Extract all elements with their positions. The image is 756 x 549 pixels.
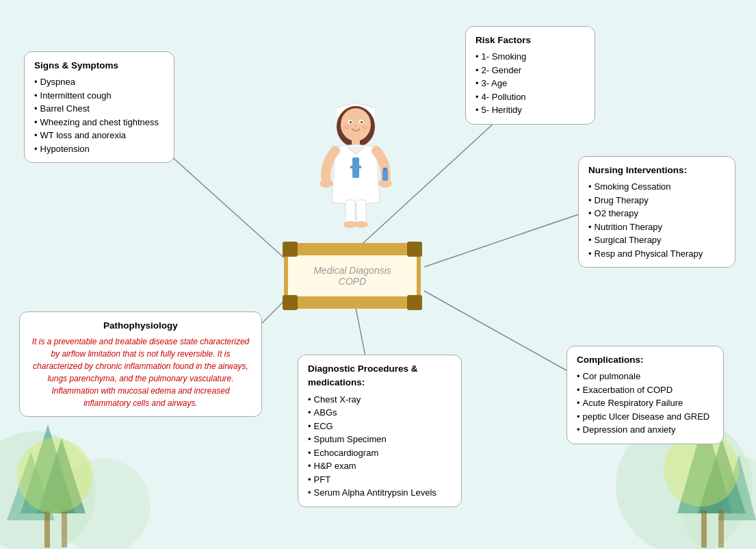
- svg-marker-4: [21, 424, 75, 513]
- list-item: Smoking Cessation: [588, 180, 725, 194]
- list-item: 4- Pollution: [475, 90, 585, 104]
- svg-rect-38: [350, 166, 361, 168]
- nurse-illustration: [311, 89, 400, 240]
- list-item: ABGs: [308, 406, 452, 420]
- svg-line-16: [157, 144, 294, 267]
- pathophysiology-title: Pathophysiology: [29, 319, 252, 333]
- list-item: O2 therapy: [588, 207, 725, 220]
- list-item: Nutrition Therapy: [588, 220, 725, 234]
- list-item: Drug Therapy: [588, 194, 725, 207]
- complications-box: Complications: Cor pulmonale Exacerbatio…: [566, 346, 724, 444]
- svg-marker-6: [7, 452, 55, 520]
- risk-factors-box: Risk Factors 1- Smoking 2- Gender 3- Age…: [465, 26, 595, 125]
- svg-point-31: [350, 121, 352, 123]
- list-item: Serum Alpha Antitrypsin Levels: [308, 486, 452, 500]
- risk-factors-list: 1- Smoking 2- Gender 3- Age 4- Pollution…: [475, 50, 585, 117]
- svg-point-33: [343, 125, 350, 129]
- svg-point-35: [355, 125, 357, 127]
- svg-rect-10: [44, 510, 50, 548]
- svg-rect-13: [718, 510, 724, 548]
- scroll-body: Medical Diagonsis COPD: [284, 255, 421, 296]
- risk-factors-title: Risk Factors: [475, 34, 585, 47]
- signs-symptoms-box: Signs & Symptoms Dyspnea Intermittent co…: [24, 51, 174, 163]
- list-item: peptic Ulcer Disease and GRED: [577, 410, 714, 424]
- svg-rect-11: [62, 510, 67, 548]
- list-item: Barrel Chest: [34, 102, 164, 116]
- list-item: 2- Gender: [475, 64, 585, 77]
- svg-point-14: [17, 438, 92, 513]
- list-item: Resp and Physical Therapy: [588, 247, 725, 261]
- svg-point-32: [361, 121, 363, 123]
- svg-point-1: [55, 459, 151, 549]
- svg-point-39: [320, 179, 333, 188]
- svg-rect-12: [701, 510, 707, 548]
- list-item: Cor pulmonale: [577, 370, 714, 383]
- list-item: 1- Smoking: [475, 50, 585, 64]
- pathophysiology-box: Pathophysiology It is a preventable and …: [19, 311, 262, 417]
- list-item: Surgical Therapy: [588, 233, 725, 247]
- svg-point-0: [0, 431, 96, 549]
- svg-rect-41: [382, 170, 388, 181]
- list-item: Echocardiogram: [308, 446, 452, 460]
- list-item: Intermittent cough: [34, 89, 164, 103]
- complications-title: Complications:: [577, 353, 714, 367]
- svg-point-28: [341, 108, 371, 141]
- pathophysiology-text: It is a preventable and treatable diseas…: [29, 335, 252, 409]
- center-title: Medical Diagonsis: [313, 265, 391, 276]
- list-item: Acute Respiratory Failure: [577, 396, 714, 410]
- list-item: Depression and anxiety: [577, 423, 714, 437]
- svg-rect-43: [346, 200, 355, 224]
- list-item: Chest X-ray: [308, 393, 452, 407]
- svg-rect-44: [356, 200, 366, 224]
- svg-marker-9: [718, 455, 756, 520]
- list-item: Sputum Specimen: [308, 433, 452, 446]
- complications-list: Cor pulmonale Exacerbation of COPD Acute…: [577, 370, 714, 437]
- scroll-top: [284, 243, 421, 255]
- diagnostic-list: Chest X-ray ABGs ECG Sputum Specimen Ech…: [308, 393, 452, 500]
- scroll-bottom: [284, 296, 421, 309]
- center-subtitle: COPD: [339, 276, 366, 287]
- svg-point-34: [361, 125, 368, 129]
- list-item: 3- Age: [475, 77, 585, 90]
- scroll-container: Medical Diagonsis COPD: [284, 243, 421, 309]
- nursing-interventions-box: Nursing Interventions: Smoking Cessation…: [578, 156, 735, 268]
- signs-symptoms-title: Signs & Symptoms: [34, 59, 164, 73]
- diagnostic-title: Diagnostic Procedures & medications:: [308, 362, 452, 390]
- list-item: Dyspnea: [34, 75, 164, 89]
- list-item: ECG: [308, 420, 452, 433]
- signs-symptoms-list: Dyspnea Intermittent cough Barrel Chest …: [34, 75, 164, 155]
- nursing-interventions-title: Nursing Interventions:: [588, 164, 725, 177]
- center-banner: Medical Diagonsis COPD: [284, 243, 421, 309]
- list-item: Hypotension: [34, 142, 164, 156]
- list-item: Exacerbation of COPD: [577, 383, 714, 397]
- list-item: H&P exam: [308, 459, 452, 473]
- svg-marker-5: [38, 438, 86, 513]
- svg-marker-8: [698, 438, 746, 513]
- nursing-interventions-list: Smoking Cessation Drug Therapy O2 therap…: [588, 180, 725, 260]
- list-item: 5- Heritidy: [475, 103, 585, 117]
- svg-point-3: [681, 455, 756, 549]
- list-item: PFT: [308, 473, 452, 487]
- svg-rect-42: [383, 168, 387, 171]
- list-item: Wheezing and chest tightness: [34, 116, 164, 129]
- diagnostic-box: Diagnostic Procedures & medications: Che…: [298, 355, 462, 507]
- list-item: WT loss and anorexia: [34, 129, 164, 142]
- svg-point-46: [354, 221, 368, 228]
- svg-line-18: [424, 212, 585, 267]
